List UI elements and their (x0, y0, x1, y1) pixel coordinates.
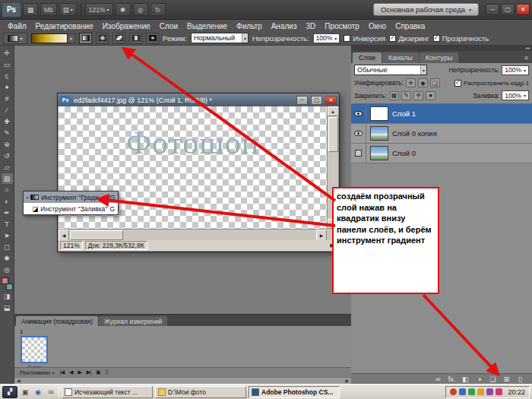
gradient-picker[interactable]: ▾ (31, 33, 75, 43)
doc-minimize-button[interactable]: ─ (296, 96, 308, 105)
rotate-view-icon[interactable]: ↻ (150, 3, 166, 16)
delete-layer-icon[interactable]: ▯ (516, 374, 524, 385)
duplicate-frame-button[interactable]: ▣ (96, 369, 100, 375)
scroll-left-icon[interactable]: ◀ (59, 230, 69, 241)
lock-transparency-button[interactable]: ▦ (389, 91, 399, 100)
scrollbar-thumb[interactable] (328, 117, 338, 152)
panel-menu-icon[interactable]: ≡ (524, 54, 530, 62)
frame-thumbnail[interactable] (21, 336, 48, 363)
loop-dropdown[interactable]: Постоянно ▾ (20, 369, 55, 376)
animation-scrollbar[interactable]: ◀ ▶ (14, 377, 351, 384)
brush-tool[interactable]: ✎ (2, 128, 13, 138)
menu-view[interactable]: Просмотр (320, 22, 364, 30)
quick-mask-button[interactable]: ◨ (2, 291, 13, 302)
menu-layers[interactable]: Слои (155, 22, 182, 30)
taskbar-task-photoshop[interactable]: Adobe Photoshop CS... (249, 386, 340, 398)
lock-all-button[interactable]: ● (426, 91, 435, 100)
bridge-icon[interactable]: ▦ (23, 3, 38, 16)
type-tool[interactable]: T (2, 219, 13, 230)
flyout-item-gradient[interactable]: ▪ Инструмент "Гради..." G (24, 192, 118, 203)
minimize-button[interactable]: ─ (486, 4, 499, 15)
eraser-tool[interactable]: ▱ (2, 162, 13, 173)
lock-position-button[interactable]: ✛ (413, 91, 423, 100)
new-layer-button[interactable]: ⊞ (502, 374, 511, 385)
quick-launch-icon-3[interactable]: ✉ (46, 387, 56, 397)
unify-visibility-button[interactable]: ◉ (418, 78, 428, 87)
transparency-checkbox[interactable]: ✓ (433, 35, 440, 42)
view-extras-icon[interactable]: ▤ ▾ (59, 3, 77, 16)
hand-tool[interactable]: ✱ (2, 253, 13, 264)
background-color-swatch[interactable] (6, 283, 13, 290)
taskbar-task-my-photos[interactable]: D:\Мои фото (155, 386, 246, 398)
healing-brush-tool[interactable]: ✚ (2, 116, 13, 127)
menu-filter[interactable]: Фильтр (232, 22, 267, 30)
maximize-button[interactable]: ▢ (501, 4, 515, 15)
layer-row-layer1[interactable]: Слой 1 (351, 104, 532, 124)
diamond-gradient-button[interactable] (146, 33, 159, 44)
flyout-item-paint-bucket[interactable]: ◪ Инструмент "Заливка" G (24, 203, 118, 214)
unify-style-button[interactable]: ❏ (430, 78, 440, 87)
layer-thumbnail[interactable] (370, 126, 388, 141)
reflected-gradient-button[interactable] (129, 33, 142, 44)
zoom-tool-icon[interactable]: ◎ (133, 3, 148, 16)
first-frame-button[interactable]: |◀ (60, 369, 64, 375)
history-brush-tool[interactable]: ↺ (2, 150, 13, 161)
layer-opacity-input[interactable]: 100% ▾ (502, 65, 529, 75)
menu-image[interactable]: Изображение (98, 22, 155, 30)
fill-input[interactable]: 100% ▾ (502, 90, 529, 100)
close-button[interactable]: ✕ (516, 4, 530, 15)
tray-icon[interactable] (486, 388, 493, 395)
horizontal-scrollbar[interactable]: ◀ ▶ (59, 229, 327, 240)
tool-preset-picker[interactable]: ▾ (3, 33, 27, 44)
mini-bridge-icon[interactable]: Mb (40, 3, 57, 16)
adjustment-layer-icon[interactable]: ◑ (475, 374, 483, 385)
scroll-up-icon[interactable]: ▲ (328, 106, 339, 116)
reverse-checkbox[interactable] (344, 35, 350, 42)
clone-stamp-tool[interactable]: ⊕ (2, 139, 13, 150)
scrollbar-thumb[interactable] (70, 230, 123, 240)
quick-launch-icon-1[interactable]: ▣ (20, 387, 30, 397)
move-tool[interactable]: ✛ (2, 48, 13, 59)
radial-gradient-button[interactable] (96, 33, 109, 44)
start-button[interactable]: ▞ (2, 386, 17, 398)
tab-animation[interactable]: Анимация (покадровая) (16, 316, 98, 326)
animation-frame[interactable]: 1 0 сек. ▾ (18, 328, 56, 371)
menu-help[interactable]: Справка (391, 22, 429, 30)
scroll-left-icon[interactable]: ◀ (17, 378, 21, 385)
next-frame-button[interactable]: ▶| (87, 369, 90, 375)
doc-maximize-button[interactable]: ▢ (311, 96, 322, 105)
layer-row-layer0[interactable]: Слой 0 (351, 144, 532, 163)
visibility-toggle[interactable] (351, 144, 366, 163)
lasso-tool[interactable]: ς (2, 71, 13, 81)
tray-icon[interactable] (468, 388, 475, 395)
dodge-tool[interactable]: ◐ (2, 196, 13, 207)
tray-icon[interactable] (459, 388, 466, 395)
delete-frame-button[interactable]: ▯ (106, 369, 108, 375)
play-button[interactable]: ▶ (78, 369, 81, 375)
foreground-color-swatch[interactable] (2, 277, 8, 284)
dither-checkbox[interactable]: ✓ (389, 35, 396, 42)
zoom-field[interactable]: 121% (60, 241, 83, 250)
layer-blend-mode-dropdown[interactable]: Обычные ▾ (354, 65, 427, 75)
layer-row-layer0-copy[interactable]: Слой 0 копия (351, 124, 532, 144)
visibility-toggle[interactable] (351, 124, 366, 143)
tab-layers[interactable]: Слои (353, 52, 382, 63)
zoom-level-button[interactable]: 121% ▾ (85, 3, 113, 16)
document-title-bar[interactable]: Ps ed2fadcf4417.jpg @ 121% (Слой 1, RGB/… (58, 93, 339, 106)
menu-3d[interactable]: 3D (301, 22, 320, 30)
screen-mode-button[interactable]: ⬓ (2, 302, 13, 313)
quick-launch-icon-2[interactable]: ◉ (33, 387, 43, 397)
pen-tool[interactable]: ✒ (2, 207, 13, 218)
menu-window[interactable]: Окно (364, 22, 391, 30)
link-layers-icon[interactable]: ∞ (434, 374, 442, 385)
layer-thumbnail[interactable] (370, 146, 388, 160)
scroll-right-icon[interactable]: ▶ (345, 378, 349, 385)
crop-tool[interactable]: # (2, 93, 13, 104)
gradient-swatch[interactable] (31, 33, 68, 43)
lock-pixels-button[interactable]: ✎ (401, 91, 411, 100)
layer-thumbnail[interactable] (370, 106, 388, 121)
propagate-frame-checkbox[interactable]: ✓ (454, 80, 461, 87)
unify-position-button[interactable]: ✛ (406, 78, 416, 87)
menu-select[interactable]: Выделение (182, 22, 232, 30)
doc-close-button[interactable]: ✕ (325, 96, 337, 105)
